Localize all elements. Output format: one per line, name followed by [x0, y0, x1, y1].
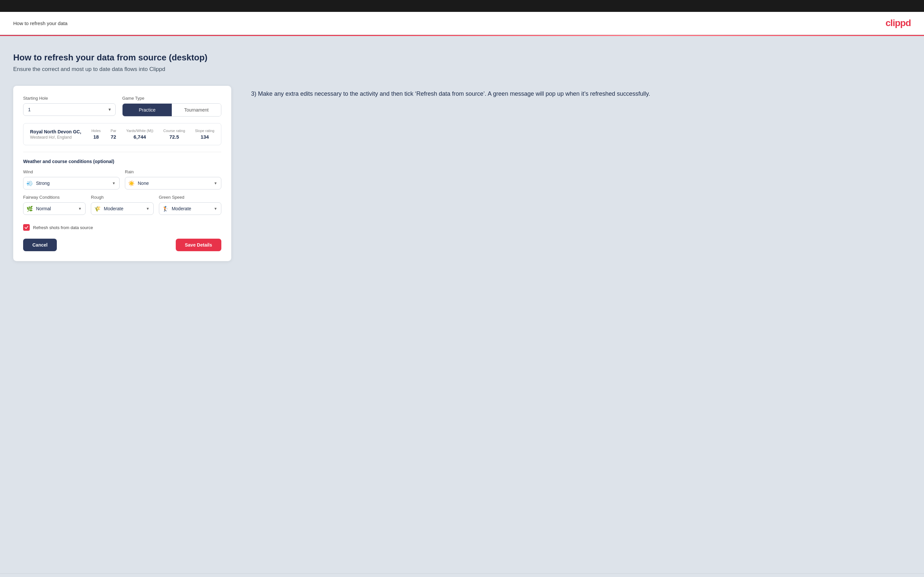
stat-slope: Slope rating 134: [195, 129, 215, 140]
fairway-select[interactable]: Normal Soft Hard: [23, 202, 86, 215]
tournament-button[interactable]: Tournament: [172, 104, 221, 116]
course-location: Westward Ho!, England: [30, 135, 92, 140]
stat-par: Par 72: [111, 129, 116, 140]
rough-label: Rough: [91, 195, 153, 200]
game-type-toggle: Practice Tournament: [122, 103, 221, 116]
header-title: How to refresh your data: [13, 21, 68, 26]
holes-label: Holes: [92, 129, 101, 133]
rain-field: Rain ☀️ None Light Heavy ▼: [125, 169, 221, 190]
description-section: 3) Make any extra edits necessary to the…: [251, 86, 911, 99]
checkbox-row: Refresh shots from data source: [23, 224, 221, 231]
slope-label: Slope rating: [195, 129, 215, 133]
par-label: Par: [111, 129, 116, 133]
spacer: [23, 215, 221, 221]
stat-holes: Holes 18: [92, 129, 101, 140]
starting-hole-label: Starting Hole: [23, 96, 116, 101]
edit-card: Starting Hole 1 10 ▼ Game Type Practice: [13, 86, 231, 261]
footer: Copyright Clippd 2022: [0, 573, 924, 577]
green-speed-label: Green Speed: [159, 195, 221, 200]
game-type-label: Game Type: [122, 96, 221, 101]
top-fields-row: Starting Hole 1 10 ▼ Game Type Practice: [23, 96, 221, 116]
course-name-section: Royal North Devon GC, Westward Ho!, Engl…: [30, 129, 92, 140]
wind-field: Wind 💨 Strong Light None ▼: [23, 169, 120, 190]
wind-rain-row: Wind 💨 Strong Light None ▼ Rain ☀️: [23, 169, 221, 190]
buttons-row: Cancel Save Details: [23, 239, 221, 251]
stat-course-rating: Course rating 72.5: [163, 129, 185, 140]
rough-field: Rough 🌾 Moderate Light Heavy ▼: [91, 195, 153, 215]
slope-value: 134: [195, 134, 215, 140]
conditions-title: Weather and course conditions (optional): [23, 159, 221, 164]
logo: clippd: [886, 18, 911, 28]
green-speed-field: Green Speed 🏌️ Moderate Slow Fast ▼: [159, 195, 221, 215]
course-name: Royal North Devon GC,: [30, 129, 92, 134]
refresh-checkbox[interactable]: [23, 224, 30, 231]
content-layout: Starting Hole 1 10 ▼ Game Type Practice: [13, 86, 911, 261]
refresh-checkbox-label: Refresh shots from data source: [33, 225, 93, 230]
save-details-button[interactable]: Save Details: [176, 239, 222, 251]
main-content: How to refresh your data from source (de…: [0, 36, 924, 573]
yards-value: 6,744: [126, 134, 153, 140]
par-value: 72: [111, 134, 116, 140]
course-stats: Holes 18 Par 72 Yards/White (M)) 6,744 C…: [92, 129, 215, 140]
rain-select-wrapper: ☀️ None Light Heavy ▼: [125, 177, 221, 190]
green-select-wrapper: 🏌️ Moderate Slow Fast ▼: [159, 202, 221, 215]
rough-select-wrapper: 🌾 Moderate Light Heavy ▼: [91, 202, 153, 215]
page-title: How to refresh your data from source (de…: [13, 53, 911, 63]
starting-hole-select[interactable]: 1 10: [23, 103, 116, 116]
yards-label: Yards/White (M)): [126, 129, 153, 133]
fairway-select-wrapper: 🌿 Normal Soft Hard ▼: [23, 202, 86, 215]
wind-select[interactable]: Strong Light None: [23, 177, 120, 190]
page-subtitle: Ensure the correct and most up to date d…: [13, 66, 911, 73]
starting-hole-wrapper: 1 10 ▼: [23, 103, 116, 116]
course-rating-value: 72.5: [163, 134, 185, 140]
rain-select[interactable]: None Light Heavy: [125, 177, 221, 190]
conditions-grid-3: Fairway Conditions 🌿 Normal Soft Hard ▼ …: [23, 195, 221, 215]
wind-select-wrapper: 💨 Strong Light None ▼: [23, 177, 120, 190]
wind-label: Wind: [23, 169, 120, 174]
header: How to refresh your data clippd: [0, 12, 924, 35]
starting-hole-section: Starting Hole 1 10 ▼: [23, 96, 116, 116]
green-speed-select[interactable]: Moderate Slow Fast: [159, 202, 221, 215]
top-bar: [0, 0, 924, 12]
checkmark-icon: [24, 226, 28, 229]
description-text: 3) Make any extra edits necessary to the…: [251, 89, 911, 99]
rain-label: Rain: [125, 169, 221, 174]
section-divider: [23, 152, 221, 152]
course-info-box: Royal North Devon GC, Westward Ho!, Engl…: [23, 123, 221, 145]
holes-value: 18: [92, 134, 101, 140]
practice-button[interactable]: Practice: [123, 104, 172, 116]
game-type-section: Game Type Practice Tournament: [122, 96, 221, 116]
cancel-button[interactable]: Cancel: [23, 239, 57, 251]
fairway-label: Fairway Conditions: [23, 195, 86, 200]
fairway-field: Fairway Conditions 🌿 Normal Soft Hard ▼: [23, 195, 86, 215]
course-rating-label: Course rating: [163, 129, 185, 133]
rough-select[interactable]: Moderate Light Heavy: [91, 202, 153, 215]
stat-yards: Yards/White (M)) 6,744: [126, 129, 153, 140]
